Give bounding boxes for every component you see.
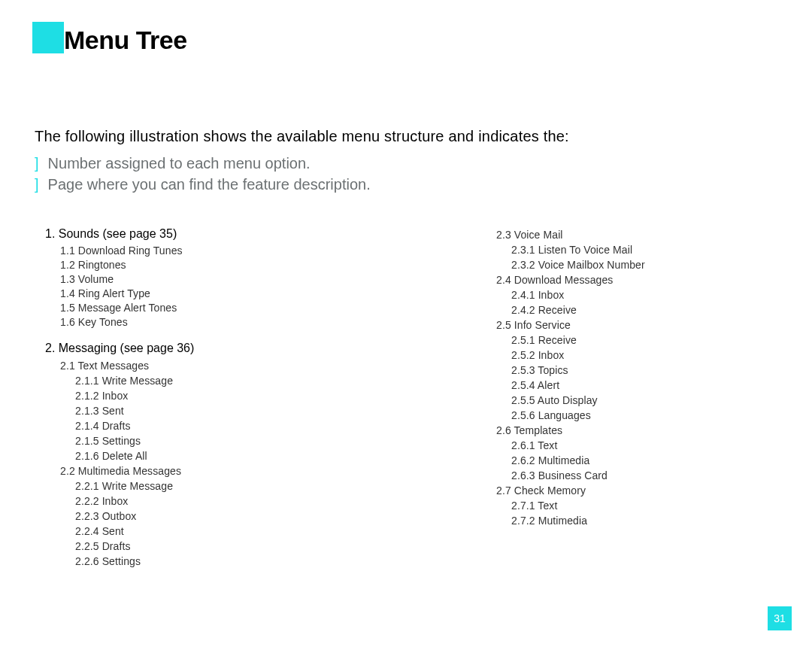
menu-subitem: 2.1.1 Write Message xyxy=(75,373,256,388)
menu-item: 1.3 Volume xyxy=(60,272,256,287)
bullet-text: Number assigned to each menu option. xyxy=(48,153,311,174)
menu-subitem: 2.1.5 Settings xyxy=(75,433,256,448)
page-number-badge: 31 xyxy=(768,606,792,630)
page-number: 31 xyxy=(774,612,786,624)
menu-subitem: 2.7.2 Mutimedia xyxy=(511,513,737,528)
bracket-icon: ] xyxy=(35,174,39,195)
menu-subitem: 2.1.2 Inbox xyxy=(75,388,256,403)
menu-item: 1.5 Message Alert Tones xyxy=(60,301,256,315)
menu-subitem: 2.2.6 Settings xyxy=(75,554,256,569)
menu-subitem: 2.2.1 Write Message xyxy=(75,478,256,494)
menu-subitem: 2.2.4 Sent xyxy=(75,524,256,539)
bullet-item: ] Number assigned to each menu option. xyxy=(35,153,371,174)
menu-subitem: 2.5.1 Receive xyxy=(511,333,737,348)
bracket-icon: ] xyxy=(35,153,39,174)
menu-item: 2.7 Check Memory xyxy=(496,483,737,498)
menu-subitem: 2.5.3 Topics xyxy=(511,363,737,378)
menu-subitem: 2.1.4 Drafts xyxy=(75,418,256,433)
menu-subitem: 2.2.3 Outbox xyxy=(75,509,256,524)
page-title: Menu Tree xyxy=(64,26,187,55)
menu-item: 2.2 Multimedia Messages xyxy=(60,463,256,478)
menu-item: 1.4 Ring Alert Type xyxy=(60,287,256,301)
menu-subitem: 2.1.3 Sent xyxy=(75,403,256,418)
bullet-list: ] Number assigned to each menu option. ]… xyxy=(35,153,371,195)
menu-item: 2.6 Templates xyxy=(496,423,737,438)
menu-subitem: 2.4.2 Receive xyxy=(511,302,737,317)
menu-subitem: 2.5.4 Alert xyxy=(511,378,737,393)
intro-text: The following illustration shows the ava… xyxy=(35,128,569,145)
menu-item: 2.5 Info Service xyxy=(496,317,737,333)
bullet-item: ] Page where you can find the feature de… xyxy=(35,174,371,195)
menu-columns: 1. Sounds (see page 35) 1.1 Download Rin… xyxy=(45,227,737,569)
menu-item: 2.4 Download Messages xyxy=(496,272,737,287)
bullet-text: Page where you can find the feature desc… xyxy=(48,174,371,195)
menu-subitem: 2.5.6 Languages xyxy=(511,408,737,423)
menu-subitem: 2.3.2 Voice Mailbox Number xyxy=(511,257,737,272)
menu-subitem: 2.7.1 Text xyxy=(511,498,737,513)
menu-subitem: 2.6.1 Text xyxy=(511,438,737,453)
menu-item: 2.1 Text Messages xyxy=(60,358,256,373)
menu-subitem: 2.4.1 Inbox xyxy=(511,287,737,302)
section-heading: 2. Messaging (see page 36) xyxy=(45,342,256,355)
menu-subitem: 2.6.3 Business Card xyxy=(511,468,737,483)
menu-item: 1.2 Ringtones xyxy=(60,258,256,272)
left-column: 1. Sounds (see page 35) 1.1 Download Rin… xyxy=(45,227,256,569)
header-accent-square xyxy=(32,22,64,53)
menu-subitem: 2.3.1 Listen To Voice Mail xyxy=(511,242,737,257)
menu-subitem: 2.1.6 Delete All xyxy=(75,448,256,463)
menu-subitem: 2.2.5 Drafts xyxy=(75,539,256,554)
menu-item: 1.6 Key Tones xyxy=(60,315,256,330)
right-column: 2.3 Voice Mail 2.3.1 Listen To Voice Mai… xyxy=(481,227,737,569)
menu-subitem: 2.6.2 Multimedia xyxy=(511,453,737,468)
menu-item: 2.3 Voice Mail xyxy=(496,227,737,242)
menu-item: 1.1 Download Ring Tunes xyxy=(60,244,256,258)
menu-subitem: 2.2.2 Inbox xyxy=(75,494,256,509)
menu-subitem: 2.5.2 Inbox xyxy=(511,348,737,363)
menu-subitem: 2.5.5 Auto Display xyxy=(511,393,737,408)
section-heading: 1. Sounds (see page 35) xyxy=(45,227,256,241)
